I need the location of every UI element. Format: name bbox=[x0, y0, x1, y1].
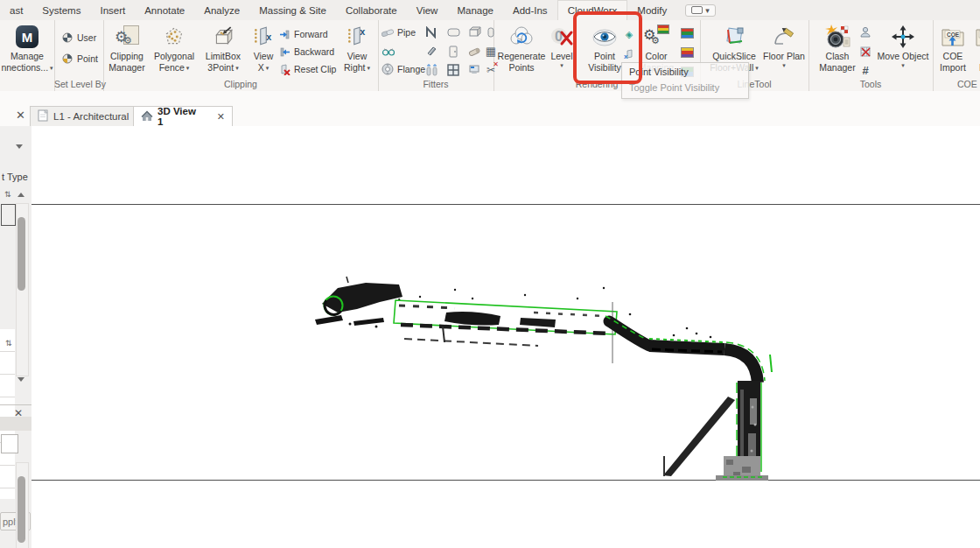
tab-insert[interactable]: Insert bbox=[90, 0, 135, 20]
panel-manage-connections: M Manage nnections...▾ bbox=[0, 20, 55, 91]
clash-manager-button[interactable]: Clash Manager bbox=[814, 23, 861, 77]
properties-palette-clipped: t Type ⇅ ⇅ pply ✕ bbox=[0, 126, 32, 548]
button-label: Points bbox=[508, 62, 534, 74]
button-label: Clash bbox=[826, 51, 850, 62]
type-selector-caret-icon[interactable] bbox=[16, 144, 23, 149]
tab-manage[interactable]: Manage bbox=[447, 0, 503, 20]
browser-scrollbar-thumb[interactable] bbox=[18, 476, 25, 543]
head-blob bbox=[322, 283, 402, 313]
fit-pipe-button[interactable]: Pipe bbox=[382, 25, 416, 39]
flange-icon bbox=[382, 64, 394, 75]
button-label: Pipe bbox=[397, 27, 416, 38]
tab-analyze[interactable]: Analyze bbox=[194, 0, 249, 20]
tab-systems[interactable]: Systems bbox=[32, 0, 90, 20]
panel-label: Tools bbox=[808, 79, 933, 89]
button-label: View bbox=[254, 51, 274, 62]
button-label: Visibility bbox=[588, 62, 621, 74]
scroll-down-icon[interactable] bbox=[18, 377, 24, 382]
binocular-fit-icon[interactable] bbox=[381, 44, 396, 59]
panel-icon bbox=[691, 6, 703, 14]
button-label: Manager bbox=[108, 62, 144, 74]
view-tab-architectural[interactable]: L1 - Architectural bbox=[30, 106, 149, 127]
delete-grid-tool-icon[interactable] bbox=[858, 44, 873, 59]
button-label: Point bbox=[77, 53, 98, 64]
point-cloud-model[interactable] bbox=[315, 276, 779, 490]
color-mapping-gears-icon: ⚙ ⚙ bbox=[643, 23, 669, 51]
dropdown-caret-icon: ▾ bbox=[560, 62, 564, 69]
double-pipe-fitting-icon[interactable] bbox=[424, 62, 439, 77]
tray-fitting-icon[interactable] bbox=[445, 25, 461, 39]
button-label: Floor Plan bbox=[763, 51, 805, 62]
view-x-button[interactable]: x View X▾ bbox=[247, 23, 280, 77]
coe-export-folder-icon: C bbox=[975, 23, 980, 51]
gears-document-icon: ⚙ ⚙ bbox=[115, 23, 139, 51]
panel-divider bbox=[0, 404, 32, 405]
panel-label: Clipping bbox=[103, 79, 378, 89]
panel-label: Fitters bbox=[378, 79, 494, 89]
button-label: Manager bbox=[819, 62, 855, 74]
polygonal-fence-icon bbox=[163, 23, 186, 51]
clip-forward-button[interactable]: Forward bbox=[278, 27, 328, 41]
pipe-elbow bbox=[724, 349, 758, 383]
tab-add-ins[interactable]: Add-Ins bbox=[503, 0, 557, 20]
button-label: X bbox=[258, 62, 264, 74]
clipping-manager-button[interactable]: ⚙ ⚙ Clipping Manager bbox=[105, 23, 149, 77]
button-label: Point bbox=[594, 51, 615, 62]
level-button[interactable]: 0 Level ▾ bbox=[546, 23, 578, 77]
selected-property-cell[interactable] bbox=[1, 204, 16, 226]
coe-export-button[interactable]: C C Exp bbox=[971, 23, 980, 77]
view-tab-label: 3D View 1 bbox=[158, 106, 204, 127]
set-level-point-button[interactable]: Point bbox=[61, 52, 98, 66]
door-fitting-icon[interactable] bbox=[445, 44, 461, 59]
coe-import-folder-icon: COE bbox=[941, 23, 965, 51]
beam-fitting-icon[interactable] bbox=[424, 44, 439, 59]
properties-scrollbar-thumb[interactable] bbox=[18, 217, 25, 291]
panel-label: Set Level By bbox=[54, 79, 103, 89]
tab-massing-site[interactable]: Massing & Site bbox=[249, 0, 336, 20]
limitbox-3point-button[interactable]: LimitBox 3Point▾ bbox=[200, 23, 247, 77]
edit-type-button[interactable]: t Type bbox=[2, 172, 28, 182]
dropdown-caret-icon: ▾ bbox=[186, 62, 190, 74]
tab-modify[interactable]: Modify bbox=[627, 0, 676, 20]
color-swatch-alt-icon[interactable] bbox=[679, 45, 695, 60]
cloudworx-m-logo-icon: M bbox=[16, 23, 38, 51]
clip-backward-button[interactable]: Backward bbox=[278, 45, 334, 59]
view-right-button[interactable]: x View Right▾ bbox=[338, 23, 376, 77]
duct-n-fitting-icon[interactable] bbox=[424, 25, 439, 39]
point-visibility-tooltip: Point Visibility Toggle Point Visibility bbox=[621, 62, 749, 99]
coe-import-button[interactable]: COE COE Import bbox=[934, 23, 971, 77]
cloudworx-ribbon: M Manage nnections...▾ User Point Set Le… bbox=[0, 20, 980, 92]
reset-clip-button[interactable]: Reset Clip bbox=[278, 62, 336, 76]
tab-close-icon[interactable]: ✕ bbox=[217, 111, 225, 123]
monitor-fitting-icon[interactable] bbox=[466, 62, 482, 77]
regenerate-points-button[interactable]: Regenerate Points bbox=[497, 23, 546, 77]
manage-connections-button[interactable]: M Manage nnections...▾ bbox=[0, 23, 60, 77]
button-label: Move Object bbox=[878, 51, 929, 62]
color-swatch-icon[interactable] bbox=[679, 25, 695, 40]
forward-arrow-icon bbox=[278, 29, 290, 40]
view-tab-3d-view-1[interactable]: 3D View 1 ✕ bbox=[133, 106, 233, 127]
tab-precast[interactable]: ast bbox=[0, 0, 32, 20]
eraser-fitting-icon[interactable] bbox=[466, 44, 482, 59]
person-tool-icon[interactable] bbox=[858, 25, 873, 39]
set-level-user-button[interactable]: User bbox=[61, 31, 96, 45]
ribbon-display-options-button[interactable]: ▾ bbox=[685, 4, 716, 17]
fit-flange-button[interactable]: Flange bbox=[382, 62, 425, 76]
backward-arrow-icon bbox=[278, 46, 290, 58]
tab-annotate[interactable]: Annotate bbox=[135, 0, 194, 20]
button-label: 3Point bbox=[207, 62, 234, 74]
clip-plane-x-icon: x bbox=[252, 23, 275, 51]
window-grid-fitting-icon[interactable] bbox=[445, 62, 461, 77]
button-label: Manage bbox=[10, 51, 44, 62]
move-object-button[interactable]: Move Object ▾ bbox=[873, 23, 933, 77]
box-fitting-icon[interactable] bbox=[466, 25, 482, 39]
polygonal-fence-button[interactable]: Polygonal Fence▾ bbox=[149, 23, 200, 77]
browser-search-input[interactable] bbox=[1, 434, 18, 453]
scroll-up-icon[interactable] bbox=[18, 193, 24, 197]
tab-view[interactable]: View bbox=[407, 0, 448, 20]
tab-collaborate[interactable]: Collaborate bbox=[336, 0, 407, 20]
tab-cloudworx[interactable]: CloudWorx bbox=[557, 0, 628, 21]
hash-grid-tool-icon[interactable]: # bbox=[858, 63, 873, 78]
panel-close-icon[interactable]: ✕ bbox=[16, 109, 25, 122]
floor-plan-button[interactable]: Floor Plan ▾ bbox=[760, 23, 808, 77]
